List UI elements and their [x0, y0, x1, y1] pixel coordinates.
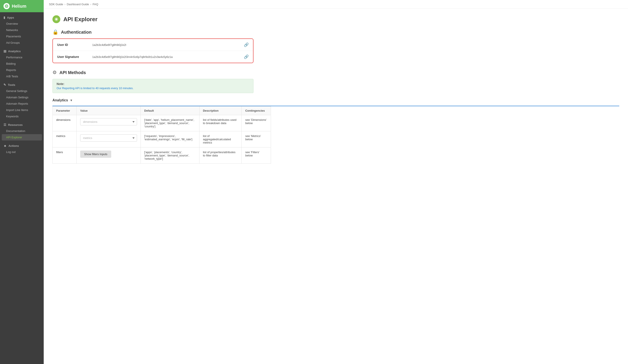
- sidebar-item-adgroups[interactable]: Ad Groups: [0, 40, 44, 46]
- sidebar-header: Helium: [0, 0, 44, 12]
- note-box: Note: Our Reporting API is limited to 40…: [52, 79, 253, 93]
- breadcrumb-dashboard: Dashboard Guide: [67, 3, 89, 6]
- auth-box: User ID 1a2b3c4d5e6f7g8h9i0j1k2l 🔗 User …: [52, 38, 253, 63]
- cont-dimensions: see 'Dimensions' below: [242, 115, 271, 131]
- breadcrumb-sdk: SDK Guide: [49, 3, 63, 6]
- value-metrics: metrics: [77, 131, 141, 147]
- sidebar: Helium ▮ Apps Overview Networks Placemen…: [0, 0, 44, 364]
- col-header-value: Value: [77, 106, 141, 115]
- auth-row-userid: User ID 1a2b3c4d5e6f7g8h9i0j1k2l 🔗: [53, 39, 253, 51]
- sidebar-item-import-line-items[interactable]: Import Line Items: [0, 107, 44, 113]
- page-title-row: API Explorer: [52, 15, 619, 23]
- sidebar-item-overview[interactable]: Overview: [0, 20, 44, 27]
- metrics-select[interactable]: metrics: [80, 134, 137, 142]
- sidebar-section-apps: ▮ Apps: [0, 12, 44, 20]
- cont-metrics: see 'Metrics' below: [242, 131, 271, 147]
- copy-link-icon-userid[interactable]: 🔗: [244, 42, 249, 47]
- breadcrumb-sep-2: ›: [90, 3, 91, 6]
- breadcrumb: SDK Guide › Dashboard Guide › FAQ: [44, 0, 628, 9]
- table-row: filters Show filters Inputs ['apps', 'pl…: [53, 147, 271, 164]
- sidebar-item-adomain-reports[interactable]: Adomain Reports: [0, 100, 44, 107]
- param-metrics: metrics: [53, 131, 77, 147]
- default-metrics: ['requests', 'impressions', 'estimated_e…: [141, 131, 200, 147]
- api-table: Parameter Value Default Description Cont…: [52, 106, 271, 164]
- auth-section-header: 🔒 Authentication: [52, 29, 619, 35]
- app-name: Helium: [12, 4, 26, 9]
- table-header-row: Parameter Value Default Description Cont…: [53, 106, 271, 115]
- param-dimensions: dimensions: [53, 115, 77, 131]
- table-row: dimensions dimensions ['date', 'app', 'h…: [53, 115, 271, 131]
- auth-row-signature: User Signature 1a2b3c4d5e6f7g8h9i0j1k2l3…: [53, 51, 253, 63]
- api-methods-section: ⚙︎ API Methods Note: Our Reporting API i…: [52, 70, 619, 164]
- value-dimensions: dimensions: [77, 115, 141, 131]
- default-dimensions: ['date', 'app', 'helium_placement_name',…: [141, 115, 200, 131]
- breadcrumb-sep-1: ›: [65, 3, 65, 6]
- svg-point-2: [6, 6, 7, 7]
- table-row: metrics metrics ['requests', 'impression…: [53, 131, 271, 147]
- sidebar-section-actions: ☻ Actions: [0, 141, 44, 149]
- copy-link-icon-signature[interactable]: 🔗: [244, 54, 249, 59]
- sidebar-item-placements[interactable]: Placements: [0, 33, 44, 40]
- sidebar-item-documentation[interactable]: Documentation: [0, 128, 44, 134]
- api-methods-title: API Methods: [59, 70, 86, 75]
- sidebar-item-logout[interactable]: Log out: [0, 149, 44, 155]
- breadcrumb-faq: FAQ: [93, 3, 98, 6]
- sidebar-item-api-explorer[interactable]: API Explorer: [2, 134, 42, 141]
- auth-label-signature: User Signature: [57, 55, 92, 59]
- sidebar-item-performance[interactable]: Performance: [0, 54, 44, 61]
- page-title: API Explorer: [63, 16, 97, 23]
- note-title: Note:: [57, 82, 249, 86]
- analytics-dropdown[interactable]: Analytics ▼: [52, 98, 619, 102]
- mobile-icon: ▮: [3, 16, 5, 19]
- sidebar-section-resources: ☰ Resources: [0, 120, 44, 128]
- api-explorer-icon: [52, 15, 60, 23]
- svg-point-5: [56, 19, 57, 20]
- analytics-label: Analytics: [52, 98, 68, 102]
- user-icon: ☻: [3, 144, 7, 147]
- menu-icon: ☰: [3, 123, 6, 127]
- sidebar-item-networks[interactable]: Networks: [0, 27, 44, 33]
- chevron-down-icon: ▼: [70, 99, 73, 102]
- wrench-icon: ✎: [3, 83, 6, 86]
- show-filters-button[interactable]: Show filters Inputs: [80, 150, 111, 158]
- note-text: Our Reporting API is limited to 40 reque…: [57, 86, 249, 90]
- sidebar-section-analytics: ▤ Analytics: [0, 46, 44, 54]
- lock-icon: 🔒: [52, 29, 58, 35]
- sidebar-item-adomain-settings[interactable]: Adomain Settings: [0, 94, 44, 100]
- desc-metrics: list of aggregated/calculated metrics: [199, 131, 242, 147]
- sidebar-item-general-settings[interactable]: General Settings: [0, 88, 44, 94]
- gear-icon: ⚙︎: [52, 70, 57, 75]
- sidebar-section-tools: ✎ Tools: [0, 79, 44, 88]
- auth-section-title: Authentication: [61, 30, 91, 35]
- default-filters: ['apps', 'placements', 'country', 'place…: [141, 147, 200, 164]
- api-table-wrapper: Parameter Value Default Description Cont…: [52, 106, 619, 164]
- sidebar-item-reports[interactable]: Reports: [0, 67, 44, 73]
- sidebar-item-bidding[interactable]: Bidding: [0, 61, 44, 67]
- cont-filters: see 'Filters' below: [242, 147, 271, 164]
- page-content: API Explorer 🔒 Authentication User ID 1a…: [44, 9, 628, 364]
- auth-value-userid: 1a2b3c4d5e6f7g8h9i0j1k2l: [92, 43, 244, 47]
- param-filters: filters: [53, 147, 77, 164]
- col-header-description: Description: [199, 106, 242, 115]
- sidebar-item-keywords[interactable]: Keywords: [0, 113, 44, 120]
- desc-dimensions: list of fields/attributes used to breakd…: [199, 115, 242, 131]
- sidebar-item-abtests[interactable]: A/B Tests: [0, 73, 44, 79]
- col-header-contingencies: Contingencies: [242, 106, 271, 115]
- col-header-parameter: Parameter: [53, 106, 77, 115]
- helium-logo: [3, 3, 10, 9]
- dimensions-select[interactable]: dimensions: [80, 118, 137, 125]
- chart-icon: ▤: [3, 49, 6, 53]
- auth-value-signature: 1a2b3c4d5e6f7g8h9i0j1k2l3m4n5o6p7q8r9s0t…: [92, 55, 244, 59]
- col-header-default: Default: [141, 106, 200, 115]
- auth-label-userid: User ID: [57, 43, 92, 47]
- desc-filters: list of properties/attributes to filter …: [199, 147, 242, 164]
- api-methods-header: ⚙︎ API Methods: [52, 70, 619, 75]
- value-filters: Show filters Inputs: [77, 147, 141, 164]
- main-content: SDK Guide › Dashboard Guide › FAQ API Ex…: [44, 0, 628, 364]
